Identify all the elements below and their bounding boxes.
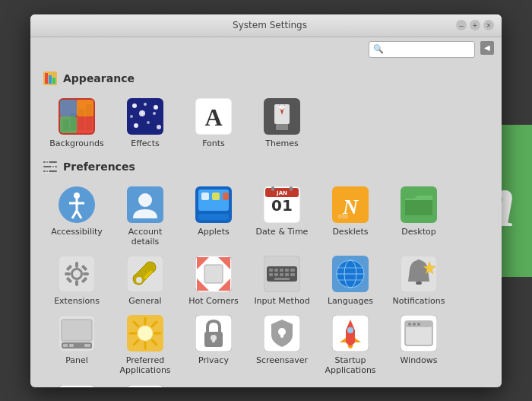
- privacy-item[interactable]: Privacy: [179, 310, 248, 380]
- date-time-label: Date & Time: [256, 227, 309, 237]
- svg-point-23: [157, 125, 161, 129]
- desktop-label: Desktop: [401, 227, 435, 237]
- applets-label: Applets: [198, 227, 229, 237]
- svg-rect-69: [65, 272, 71, 275]
- appearance-icon: [43, 71, 58, 86]
- search-input[interactable]: [386, 45, 462, 54]
- svg-rect-122: [212, 338, 215, 342]
- panel-item[interactable]: Panel: [43, 310, 111, 380]
- svg-point-15: [132, 103, 137, 108]
- svg-point-76: [136, 277, 142, 283]
- themes-label: Themes: [265, 138, 299, 148]
- svg-point-127: [347, 327, 353, 333]
- languages-label: Languages: [328, 296, 373, 306]
- svg-rect-67: [75, 262, 78, 268]
- svg-rect-10: [60, 100, 77, 116]
- svg-point-132: [413, 323, 416, 326]
- svg-rect-11: [77, 100, 93, 116]
- windows-item[interactable]: Windows: [385, 310, 453, 380]
- preferred-applications-item[interactable]: Preferred Applications: [111, 310, 179, 380]
- svg-rect-105: [62, 320, 92, 341]
- svg-rect-59: [290, 186, 293, 191]
- svg-text:01: 01: [271, 196, 293, 215]
- svg-rect-88: [274, 273, 278, 276]
- svg-point-20: [153, 112, 156, 115]
- svg-rect-79: [204, 265, 223, 283]
- screensaver-item[interactable]: Screensaver: [248, 310, 316, 380]
- desktop-item[interactable]: Desktop: [385, 182, 453, 251]
- svg-rect-125: [280, 332, 283, 338]
- hot-corners-item[interactable]: Hot Corners: [179, 251, 248, 310]
- languages-item[interactable]: Languages: [316, 251, 385, 310]
- svg-rect-12: [60, 116, 77, 133]
- svg-rect-13: [77, 116, 93, 133]
- svg-rect-52: [212, 193, 220, 200]
- appearance-grid: Backgrounds: [43, 94, 489, 153]
- close-button[interactable]: ×: [483, 20, 494, 30]
- window-tiling-item[interactable]: Window Tiling: [43, 380, 111, 387]
- notifications-item[interactable]: Notifications: [385, 251, 453, 310]
- themes-item[interactable]: Themes: [248, 94, 316, 153]
- applets-item[interactable]: Applets: [179, 182, 248, 251]
- svg-rect-107: [69, 344, 74, 347]
- svg-point-16: [144, 103, 147, 106]
- svg-rect-108: [84, 344, 90, 347]
- effects-item[interactable]: Effects: [111, 94, 179, 153]
- startup-applications-label: Startup Applications: [325, 355, 375, 375]
- svg-rect-139: [127, 385, 163, 387]
- account-details-label: Account details: [114, 227, 176, 247]
- svg-point-131: [408, 323, 411, 326]
- preferences-icon: [43, 159, 58, 174]
- svg-rect-85: [285, 269, 289, 272]
- hot-corners-label: Hot Corners: [188, 296, 239, 306]
- backgrounds-label: Backgrounds: [49, 138, 103, 148]
- preferences-section-header: Preferences: [43, 159, 489, 174]
- search-clear-button[interactable]: ◀: [480, 41, 494, 55]
- extensions-item[interactable]: Extensions: [43, 251, 111, 310]
- appearance-section-header: Appearance: [43, 71, 489, 86]
- workspaces-item[interactable]: Workspaces: [111, 380, 179, 387]
- desklets-label: Desklets: [332, 227, 368, 237]
- svg-point-66: [73, 270, 81, 278]
- svg-rect-2: [49, 75, 52, 84]
- general-label: General: [128, 296, 161, 306]
- svg-point-17: [154, 105, 158, 110]
- windows-label: Windows: [400, 355, 437, 365]
- account-details-item[interactable]: Account details: [111, 182, 179, 251]
- extensions-label: Extensions: [54, 296, 100, 306]
- svg-point-37: [46, 161, 49, 164]
- backgrounds-item[interactable]: Backgrounds: [43, 94, 111, 153]
- svg-rect-58: [271, 186, 274, 191]
- search-container: 🔍: [369, 41, 475, 58]
- window-title: System Settings: [84, 20, 456, 30]
- svg-rect-83: [274, 269, 278, 272]
- svg-text:A: A: [204, 103, 222, 131]
- svg-rect-91: [290, 273, 295, 276]
- general-item[interactable]: General: [111, 251, 179, 310]
- svg-rect-90: [285, 273, 289, 276]
- search-icon: 🔍: [373, 44, 384, 54]
- preferences-grid: Accessibility Account details: [43, 182, 489, 387]
- desklets-item[interactable]: N oto Desklets: [316, 182, 385, 251]
- svg-rect-89: [280, 273, 283, 276]
- preferences-section-title: Preferences: [63, 161, 135, 173]
- screensaver-label: Screensaver: [256, 355, 308, 365]
- notifications-label: Notifications: [393, 296, 445, 306]
- maximize-button[interactable]: +: [470, 20, 480, 30]
- effects-label: Effects: [131, 138, 159, 148]
- system-settings-window: System Settings – + × 🔍 ◀ Appea: [30, 14, 502, 387]
- svg-point-38: [52, 165, 55, 168]
- svg-point-39: [46, 170, 49, 173]
- fonts-item[interactable]: A Fonts: [179, 94, 248, 153]
- accessibility-label: Accessibility: [51, 227, 103, 237]
- svg-rect-51: [201, 193, 209, 200]
- minimize-button[interactable]: –: [456, 20, 467, 30]
- startup-applications-item[interactable]: Startup Applications: [316, 310, 385, 380]
- svg-rect-3: [52, 78, 55, 84]
- input-method-item[interactable]: Input Method: [248, 251, 316, 310]
- panel-label: Panel: [65, 355, 88, 365]
- date-time-item[interactable]: JAN 01 Date & Time: [248, 182, 316, 251]
- titlebar: System Settings – + ×: [30, 14, 502, 37]
- accessibility-item[interactable]: Accessibility: [43, 182, 111, 251]
- svg-point-41: [74, 193, 80, 199]
